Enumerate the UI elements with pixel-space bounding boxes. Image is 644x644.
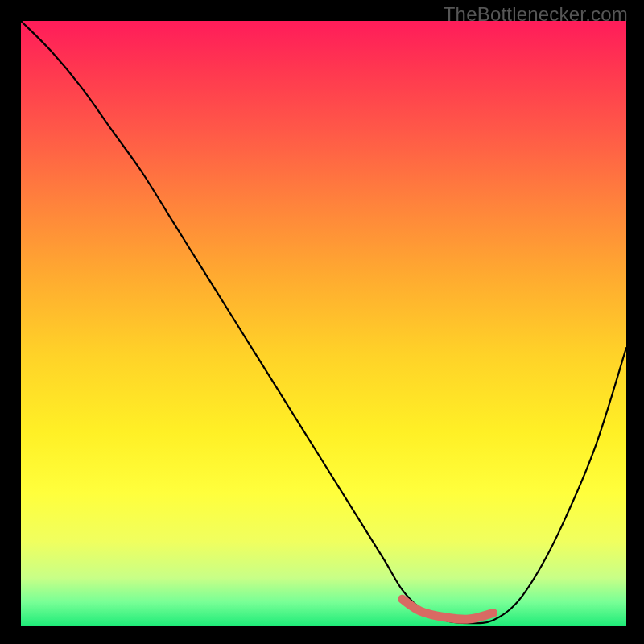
optimal-range-highlight [402,599,493,619]
watermark-text: TheBottlenecker.com [444,3,628,26]
bottleneck-curve-path [21,21,626,623]
chart-frame: TheBottlenecker.com [0,0,644,644]
plot-area [21,21,626,626]
curve-layer [21,21,626,626]
